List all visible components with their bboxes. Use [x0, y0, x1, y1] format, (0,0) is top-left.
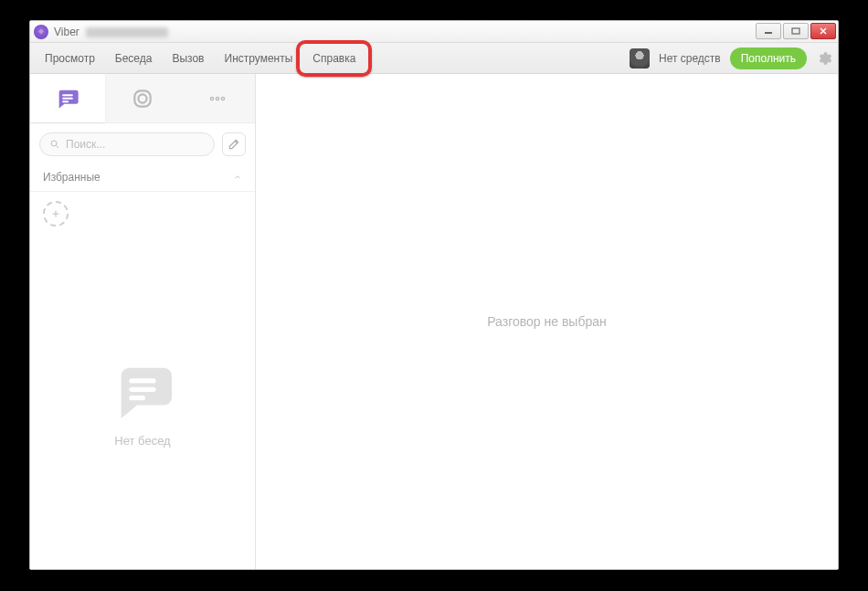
sidebar-empty: Нет бесед — [30, 236, 255, 569]
svg-rect-0 — [765, 32, 772, 34]
window-controls — [756, 23, 836, 39]
svg-rect-14 — [129, 396, 145, 400]
svg-rect-5 — [134, 90, 150, 106]
svg-rect-12 — [129, 378, 155, 383]
avatar[interactable] — [630, 48, 650, 69]
app-icon — [34, 25, 48, 39]
public-icon — [130, 86, 155, 111]
compose-icon — [228, 138, 240, 151]
chats-icon — [55, 86, 80, 111]
title-redacted — [86, 27, 168, 37]
minimize-icon — [764, 27, 773, 35]
search-input[interactable] — [66, 138, 205, 151]
title-prefix: Viber — [54, 26, 79, 38]
favorites-header[interactable]: Избранные — [30, 164, 255, 192]
menu-view[interactable]: Просмотр — [36, 47, 104, 70]
svg-point-6 — [138, 94, 146, 102]
settings-button[interactable] — [816, 50, 832, 67]
menubar: Просмотр Беседа Вызов Инструменты Справк… — [30, 43, 838, 74]
close-icon — [819, 27, 828, 35]
svg-rect-3 — [62, 97, 73, 99]
minimize-button[interactable] — [756, 23, 781, 39]
menubar-right: Нет средств Пополнить — [630, 47, 832, 69]
maximize-button[interactable] — [783, 23, 809, 39]
topup-button[interactable]: Пополнить — [730, 47, 807, 69]
content: Избранные Нет бесед — [30, 74, 838, 569]
svg-point-9 — [221, 97, 224, 100]
svg-point-8 — [216, 97, 218, 100]
menu-conversation[interactable]: Беседа — [106, 47, 162, 70]
favorites-label: Избранные — [43, 171, 101, 184]
main-area: Разговор не выбран — [256, 74, 838, 569]
more-icon — [205, 86, 230, 111]
chevron-up-icon — [233, 173, 242, 182]
search-icon — [49, 139, 60, 150]
close-button[interactable] — [810, 23, 836, 39]
maximize-icon — [791, 27, 800, 35]
tab-chats[interactable] — [30, 74, 105, 122]
gear-icon — [816, 50, 832, 67]
svg-line-11 — [57, 146, 59, 149]
svg-rect-4 — [62, 100, 69, 102]
app-window: Viber Просмотр Беседа Вызов Инструменты … — [29, 20, 839, 570]
svg-rect-2 — [62, 94, 73, 96]
menu-call[interactable]: Вызов — [163, 47, 213, 70]
svg-point-10 — [51, 141, 57, 146]
favorites-body — [30, 192, 255, 236]
plus-icon — [50, 208, 61, 219]
menu-help[interactable]: Справка — [303, 47, 365, 70]
svg-rect-13 — [129, 387, 155, 392]
tab-more[interactable] — [180, 74, 255, 122]
search-row — [30, 123, 255, 164]
empty-label: Нет бесед — [114, 434, 170, 448]
svg-point-7 — [210, 97, 213, 100]
menu-tools[interactable]: Инструменты — [216, 47, 302, 70]
balance-text: Нет средств — [659, 52, 721, 65]
tab-public[interactable] — [105, 74, 180, 122]
search-container[interactable] — [39, 132, 215, 156]
main-empty-text: Разговор не выбран — [487, 314, 606, 329]
titlebar: Viber — [30, 21, 838, 43]
empty-chats-icon — [111, 357, 175, 421]
add-favorite-button[interactable] — [43, 201, 69, 227]
sidebar: Избранные Нет бесед — [30, 74, 256, 569]
window-title: Viber — [54, 26, 168, 38]
sidebar-tabs — [30, 74, 255, 123]
svg-rect-1 — [792, 28, 799, 34]
compose-button[interactable] — [222, 132, 246, 156]
